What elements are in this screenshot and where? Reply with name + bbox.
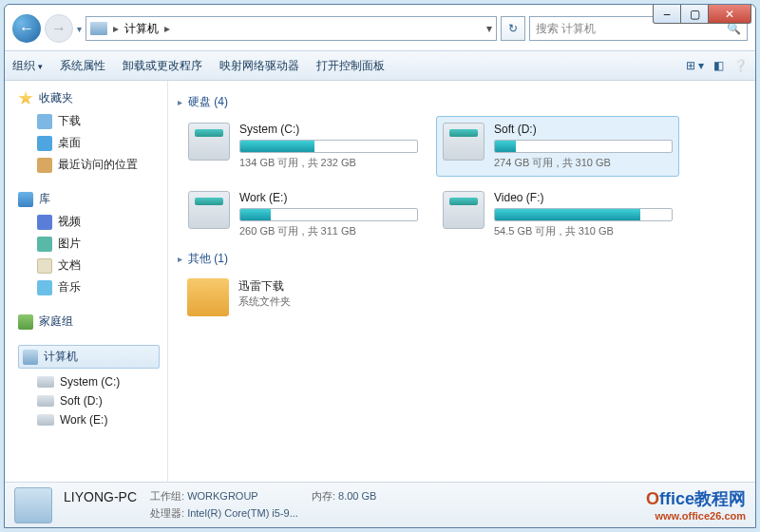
drive-icon: [188, 123, 230, 161]
address-bar[interactable]: ▸ 计算机 ▸ ▾: [86, 16, 497, 41]
refresh-button[interactable]: ↻: [501, 16, 525, 41]
breadcrumb-sep-icon: ▸: [113, 22, 119, 35]
sidebar-item-music[interactable]: 音乐: [18, 276, 167, 298]
computer-icon: [14, 487, 52, 523]
drive-name: Work (E:): [239, 191, 418, 204]
workgroup-label: 工作组:: [150, 490, 184, 502]
drive-capacity: 54.5 GB 可用 , 共 310 GB: [494, 224, 673, 238]
capacity-bar: [494, 140, 673, 153]
toolbar-control-panel[interactable]: 打开控制面板: [316, 58, 385, 74]
drive-icon: [443, 191, 484, 229]
sidebar-item-drive-d[interactable]: Soft (D:): [18, 391, 167, 410]
group-other[interactable]: ▸其他 (1): [174, 245, 750, 273]
sidebar-item-drive-e[interactable]: Work (E:): [18, 410, 167, 429]
drive-name: Soft (D:): [494, 123, 673, 136]
toolbar: 组织 系统属性 卸载或更改程序 映射网络驱动器 打开控制面板 ⊞ ▾ ◧ ❔: [5, 50, 755, 81]
memory-value: 8.00 GB: [338, 490, 376, 502]
drive-capacity: 134 GB 可用 , 共 232 GB: [239, 156, 418, 170]
picture-icon: [37, 237, 52, 252]
collapse-icon: ▸: [178, 254, 182, 264]
back-button[interactable]: ←: [12, 14, 41, 43]
drive-capacity: 260 GB 可用 , 共 311 GB: [239, 224, 418, 238]
sidebar-homegroup[interactable]: 家庭组: [18, 314, 167, 330]
navigation-pane: 收藏夹 下载 桌面 最近访问的位置 库 视频 图片 文档 音乐 家庭组 计算机 …: [5, 81, 168, 482]
drives-list: System (C:)134 GB 可用 , 共 232 GBSoft (D:)…: [174, 116, 750, 245]
library-icon: [18, 192, 33, 207]
sidebar-item-downloads[interactable]: 下载: [18, 110, 167, 132]
sidebar-item-videos[interactable]: 视频: [18, 211, 167, 233]
drive-item[interactable]: Soft (D:)274 GB 可用 , 共 310 GB: [436, 116, 679, 177]
cpu-value: Intel(R) Core(TM) i5-9...: [187, 507, 298, 519]
toolbar-system-properties[interactable]: 系统属性: [60, 58, 105, 74]
drive-item[interactable]: System (C:)134 GB 可用 , 共 232 GB: [181, 116, 425, 177]
homegroup-icon: [18, 314, 33, 330]
music-icon: [37, 280, 52, 295]
address-dropdown-icon[interactable]: ▾: [486, 22, 492, 35]
other-list: 迅雷下载 系统文件夹: [174, 273, 750, 322]
preview-pane-icon[interactable]: ◧: [713, 59, 724, 72]
forward-button[interactable]: →: [45, 14, 73, 43]
breadcrumb-sep-icon: ▸: [164, 22, 170, 35]
drive-name: Video (F:): [494, 191, 673, 204]
search-placeholder: 搜索 计算机: [536, 21, 596, 37]
capacity-bar: [494, 208, 673, 221]
main-pane: ▸硬盘 (4) System (C:)134 GB 可用 , 共 232 GBS…: [168, 81, 755, 482]
folder-type: 系统文件夹: [238, 294, 291, 309]
sidebar-item-desktop[interactable]: 桌面: [18, 132, 167, 154]
recent-icon: [37, 158, 52, 173]
drive-name: System (C:): [239, 123, 418, 136]
drive-icon: [188, 191, 230, 229]
breadcrumb-computer[interactable]: 计算机: [124, 21, 159, 37]
toolbar-map-drive[interactable]: 映射网络驱动器: [219, 58, 299, 74]
drive-icon: [37, 395, 54, 407]
sidebar-item-pictures[interactable]: 图片: [18, 233, 167, 255]
capacity-bar: [239, 208, 418, 221]
sidebar-item-recent[interactable]: 最近访问的位置: [18, 154, 167, 176]
downloads-icon: [37, 114, 52, 129]
collapse-icon: ▸: [178, 97, 182, 107]
watermark: Office教程网 www.office26.com: [646, 487, 746, 522]
folder-name: 迅雷下载: [238, 278, 291, 294]
video-icon: [37, 215, 52, 230]
minimize-button[interactable]: –: [653, 5, 681, 24]
search-icon: 🔍: [727, 22, 741, 35]
document-icon: [37, 258, 52, 274]
history-dropdown-icon[interactable]: ▾: [77, 24, 82, 34]
maximize-button[interactable]: ▢: [680, 5, 709, 24]
memory-label: 内存:: [312, 490, 335, 502]
window-controls: – ▢ ✕: [654, 5, 751, 24]
capacity-bar: [239, 140, 418, 153]
drive-icon: [443, 123, 484, 161]
computer-name: LIYONG-PC: [64, 489, 137, 504]
folder-item[interactable]: 迅雷下载 系统文件夹: [181, 273, 425, 322]
toolbar-uninstall[interactable]: 卸载或更改程序: [123, 58, 202, 74]
sidebar-computer[interactable]: 计算机: [18, 345, 160, 369]
content-area: 收藏夹 下载 桌面 最近访问的位置 库 视频 图片 文档 音乐 家庭组 计算机 …: [5, 81, 755, 482]
drive-icon: [37, 376, 54, 388]
sidebar-item-drive-c[interactable]: System (C:): [18, 372, 167, 391]
sidebar-libraries[interactable]: 库: [18, 191, 167, 207]
drive-icon: [37, 414, 54, 426]
help-icon[interactable]: ❔: [733, 59, 748, 72]
computer-icon: [90, 22, 107, 35]
star-icon: [18, 91, 33, 106]
folder-icon: [187, 278, 229, 316]
view-options-icon[interactable]: ⊞ ▾: [686, 59, 704, 72]
sidebar-item-documents[interactable]: 文档: [18, 255, 167, 276]
computer-icon: [23, 350, 38, 365]
group-hard-disks[interactable]: ▸硬盘 (4): [174, 88, 750, 116]
details-pane: LIYONG-PC 工作组: WORKGROUP 内存: 8.00 GB 处理器…: [5, 482, 755, 527]
sidebar-favorites[interactable]: 收藏夹: [18, 90, 167, 106]
drive-capacity: 274 GB 可用 , 共 310 GB: [494, 156, 673, 170]
navigation-bar: ← → ▾ ▸ 计算机 ▸ ▾ ↻ 搜索 计算机 🔍: [5, 5, 755, 50]
drive-item[interactable]: Video (F:)54.5 GB 可用 , 共 310 GB: [436, 184, 679, 245]
explorer-window: – ▢ ✕ ← → ▾ ▸ 计算机 ▸ ▾ ↻ 搜索 计算机 🔍 组织 系统属性…: [4, 4, 756, 528]
drive-item[interactable]: Work (E:)260 GB 可用 , 共 311 GB: [181, 184, 425, 245]
organize-menu[interactable]: 组织: [12, 58, 43, 74]
cpu-label: 处理器:: [150, 507, 184, 519]
desktop-icon: [37, 136, 52, 151]
close-button[interactable]: ✕: [708, 5, 751, 24]
workgroup-value: WORKGROUP: [187, 490, 258, 502]
